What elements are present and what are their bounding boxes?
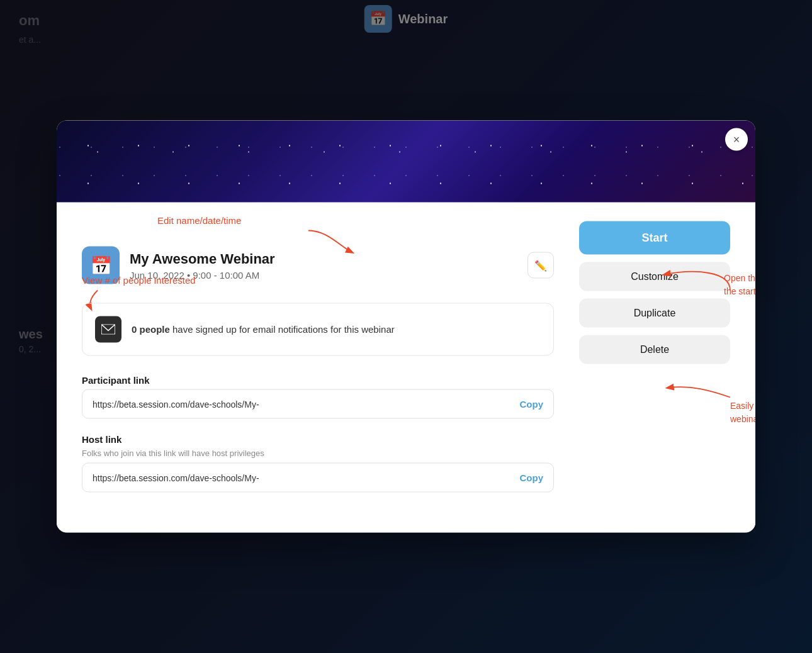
notification-message: have signed up for email notifications f… bbox=[170, 323, 395, 334]
delete-button[interactable]: Delete bbox=[579, 335, 730, 364]
participant-link-label: Participant link bbox=[82, 375, 554, 386]
host-link-section: Host link Folks who join via this link w… bbox=[82, 434, 554, 493]
annotation-edit-text: Edit name/date/time bbox=[157, 215, 241, 226]
edit-button[interactable]: ✏️ bbox=[527, 252, 554, 279]
close-button[interactable]: × bbox=[725, 128, 748, 151]
modal-banner: × bbox=[57, 121, 755, 203]
notification-text: 0 people have signed up for email notifi… bbox=[132, 322, 395, 337]
host-copy-button[interactable]: Copy bbox=[512, 472, 544, 483]
participant-link-box: https://beta.session.com/dave-schools/My… bbox=[82, 389, 554, 419]
banner-stars-decoration bbox=[57, 121, 755, 203]
host-link-sublabel: Folks who join via this link will have h… bbox=[82, 449, 554, 458]
notification-count: 0 people bbox=[132, 323, 170, 334]
participant-link-section: Participant link https://beta.session.co… bbox=[82, 375, 554, 419]
host-link-box: https://beta.session.com/dave-schools/My… bbox=[82, 463, 554, 493]
annotation-edit-arrow bbox=[302, 228, 365, 259]
host-link-url: https://beta.session.com/dave-schools/My… bbox=[93, 472, 512, 483]
email-icon-wrap bbox=[95, 316, 121, 343]
notification-box[interactable]: 0 people have signed up for email notifi… bbox=[82, 303, 554, 356]
right-column: Start Customize Duplicate Delete Open th… bbox=[579, 221, 730, 508]
pencil-icon: ✏️ bbox=[534, 259, 547, 271]
start-button[interactable]: Start bbox=[579, 221, 730, 255]
duplicate-button[interactable]: Duplicate bbox=[579, 299, 730, 328]
webinar-modal: × Edit name/date/time 📅 bbox=[57, 121, 755, 533]
modal-body: Edit name/date/time 📅 My Awesome Webinar… bbox=[57, 203, 755, 533]
annotation-open-event-arrow bbox=[727, 259, 755, 297]
annotation-people-text: View # of people interested bbox=[82, 275, 196, 286]
left-column: Edit name/date/time 📅 My Awesome Webinar… bbox=[82, 221, 554, 508]
close-icon: × bbox=[733, 133, 740, 146]
host-link-label: Host link bbox=[82, 434, 554, 445]
email-icon bbox=[101, 325, 115, 335]
participant-link-url: https://beta.session.com/dave-schools/My… bbox=[93, 399, 512, 409]
notification-section: View # of people interested bbox=[82, 303, 554, 356]
customize-button[interactable]: Customize bbox=[579, 262, 730, 291]
annotation-duplicate-arrow bbox=[730, 379, 755, 410]
participant-copy-button[interactable]: Copy bbox=[512, 399, 544, 410]
